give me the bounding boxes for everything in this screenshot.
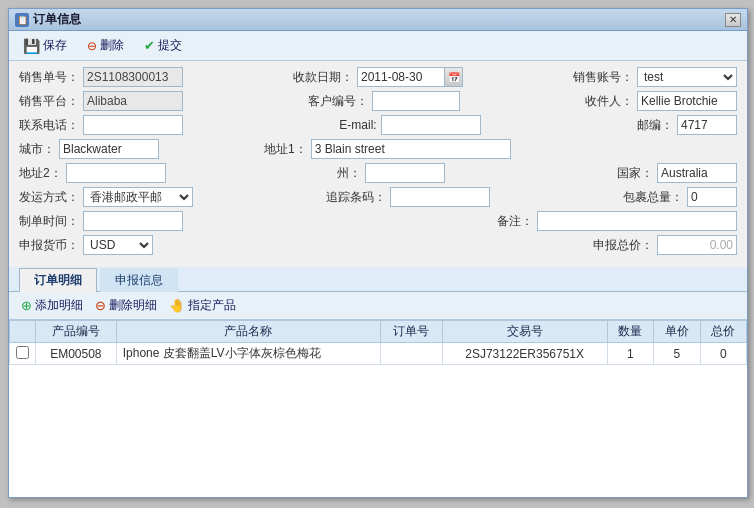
tracking-label: 追踪条码：: [326, 189, 386, 206]
recipient-group: 收件人：: [585, 91, 737, 111]
sales-no-label: 销售单号：: [19, 69, 79, 86]
assign-product-icon: 🤚: [169, 298, 185, 313]
add-detail-icon: ⊕: [21, 298, 32, 313]
sales-platform-input[interactable]: [83, 91, 183, 111]
shipping-group: 发运方式： 香港邮政平邮: [19, 187, 193, 207]
address1-label: 地址1：: [264, 141, 307, 158]
remarks-group: 备注：: [497, 211, 737, 231]
row-qty: 1: [607, 343, 653, 365]
remarks-label: 备注：: [497, 213, 533, 230]
save-button[interactable]: 💾 保存: [17, 35, 73, 56]
add-detail-button[interactable]: ⊕ 添加明细: [19, 296, 85, 315]
customer-no-group: 客户编号：: [308, 91, 460, 111]
state-label: 州：: [337, 165, 361, 182]
row-checkbox[interactable]: [16, 346, 29, 359]
city-input[interactable]: [59, 139, 159, 159]
order-time-label: 制单时间：: [19, 213, 79, 230]
address2-input[interactable]: [66, 163, 166, 183]
col-total-price: 总价: [700, 321, 746, 343]
order-time-input[interactable]: [83, 211, 183, 231]
col-checkbox: [10, 321, 36, 343]
declare-total-label: 申报总价：: [593, 237, 653, 254]
col-transaction-no: 交易号: [442, 321, 607, 343]
submit-icon: ✔: [144, 38, 155, 53]
phone-group: 联系电话：: [19, 115, 183, 135]
form-row-5: 地址2： 州： 国家：: [19, 163, 737, 183]
phone-input[interactable]: [83, 115, 183, 135]
assign-product-button[interactable]: 🤚 指定产品: [167, 296, 238, 315]
currency-select[interactable]: USD: [83, 235, 153, 255]
package-qty-group: 包裹总量：: [623, 187, 737, 207]
tracking-input[interactable]: [390, 187, 490, 207]
sales-account-label: 销售账号：: [573, 69, 633, 86]
country-input[interactable]: [657, 163, 737, 183]
shipping-label: 发运方式：: [19, 189, 79, 206]
address2-group: 地址2：: [19, 163, 166, 183]
state-input[interactable]: [365, 163, 445, 183]
window-title: 订单信息: [33, 11, 81, 28]
submit-button[interactable]: ✔ 提交: [138, 35, 188, 56]
postal-input[interactable]: [677, 115, 737, 135]
recipient-input[interactable]: [637, 91, 737, 111]
address2-label: 地址2：: [19, 165, 62, 182]
receipt-date-group: 收款日期： 📅: [293, 67, 463, 87]
package-qty-label: 包裹总量：: [623, 189, 683, 206]
receipt-date-input[interactable]: [357, 67, 445, 87]
city-group: 城市：: [19, 139, 159, 159]
delete-button[interactable]: ⊖ 删除: [81, 35, 130, 56]
table-area: 产品编号 产品名称 订单号 交易号 数量 单价 总价 EM00508 Iphon…: [9, 320, 747, 497]
detail-table: 产品编号 产品名称 订单号 交易号 数量 单价 总价 EM00508 Iphon…: [9, 320, 747, 365]
calendar-button[interactable]: 📅: [445, 67, 463, 87]
window-icon: 📋: [15, 13, 29, 27]
declare-total-group: 申报总价：: [593, 235, 737, 255]
declare-total-input[interactable]: [657, 235, 737, 255]
tracking-group: 追踪条码：: [326, 187, 490, 207]
form-row-8: 申报货币： USD 申报总价：: [19, 235, 737, 255]
sales-platform-label: 销售平台：: [19, 93, 79, 110]
delete-detail-button[interactable]: ⊖ 删除明细: [93, 296, 159, 315]
tabs-bar: 订单明细 申报信息: [9, 267, 747, 292]
close-button[interactable]: ✕: [725, 13, 741, 27]
submit-label: 提交: [158, 37, 182, 54]
customer-no-label: 客户编号：: [308, 93, 368, 110]
form-row-1: 销售单号： 收款日期： 📅 销售账号： test: [19, 67, 737, 87]
package-qty-input[interactable]: [687, 187, 737, 207]
customer-no-input[interactable]: [372, 91, 460, 111]
state-group: 州：: [337, 163, 445, 183]
assign-product-label: 指定产品: [188, 297, 236, 314]
recipient-label: 收件人：: [585, 93, 633, 110]
save-icon: 💾: [23, 38, 40, 54]
sales-no-group: 销售单号：: [19, 67, 183, 87]
sales-account-group: 销售账号： test: [573, 67, 737, 87]
detail-toolbar: ⊕ 添加明细 ⊖ 删除明细 🤚 指定产品: [9, 292, 747, 320]
tab-order-detail[interactable]: 订单明细: [19, 268, 97, 292]
address1-group: 地址1：: [264, 139, 511, 159]
form-area: 销售单号： 收款日期： 📅 销售账号： test 销售: [9, 61, 747, 265]
main-toolbar: 💾 保存 ⊖ 删除 ✔ 提交: [9, 31, 747, 61]
receipt-date-label: 收款日期：: [293, 69, 353, 86]
order-time-group: 制单时间：: [19, 211, 183, 231]
table-header-row: 产品编号 产品名称 订单号 交易号 数量 单价 总价: [10, 321, 747, 343]
currency-group: 申报货币： USD: [19, 235, 153, 255]
tab-declare-info[interactable]: 申报信息: [100, 268, 178, 292]
delete-label: 删除: [100, 37, 124, 54]
address1-input[interactable]: [311, 139, 511, 159]
postal-label: 邮编：: [637, 117, 673, 134]
delete-detail-icon: ⊖: [95, 298, 106, 313]
email-label: E-mail:: [339, 118, 376, 132]
remarks-input[interactable]: [537, 211, 737, 231]
shipping-select[interactable]: 香港邮政平邮: [83, 187, 193, 207]
row-checkbox-cell: [10, 343, 36, 365]
form-row-3: 联系电话： E-mail: 邮编：: [19, 115, 737, 135]
title-bar: 📋 订单信息 ✕: [9, 9, 747, 31]
delete-detail-label: 删除明细: [109, 297, 157, 314]
sales-account-select[interactable]: test: [637, 67, 737, 87]
row-product-name: Iphone 皮套翻盖LV小字体灰棕色梅花: [116, 343, 380, 365]
col-qty: 数量: [607, 321, 653, 343]
country-group: 国家：: [617, 163, 737, 183]
col-product-name: 产品名称: [116, 321, 380, 343]
email-input[interactable]: [381, 115, 481, 135]
phone-label: 联系电话：: [19, 117, 79, 134]
sales-platform-group: 销售平台：: [19, 91, 183, 111]
sales-no-input[interactable]: [83, 67, 183, 87]
